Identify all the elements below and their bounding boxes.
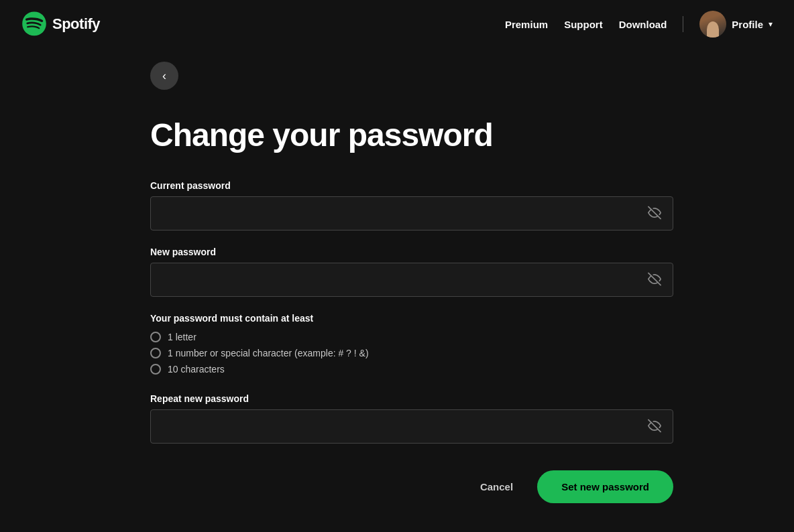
- req-chars-text: 10 characters: [168, 364, 225, 375]
- new-password-wrapper: [150, 263, 673, 297]
- avatar-image: [699, 11, 726, 38]
- nav-link-premium[interactable]: Premium: [505, 19, 548, 30]
- requirement-chars: 10 characters: [150, 364, 644, 375]
- nav-links: Premium Support Download Profile ▾: [505, 11, 773, 38]
- current-password-label: Current password: [150, 180, 644, 191]
- requirement-letter: 1 letter: [150, 332, 644, 342]
- repeat-password-toggle-btn[interactable]: [645, 416, 664, 437]
- req-letter-text: 1 letter: [168, 332, 196, 342]
- eye-slash-icon: [648, 272, 661, 285]
- password-requirements: Your password must contain at least 1 le…: [150, 313, 644, 375]
- set-password-button[interactable]: Set new password: [537, 470, 673, 503]
- action-row: Cancel Set new password: [150, 470, 673, 503]
- avatar: [699, 11, 726, 38]
- back-arrow-icon: ‹: [162, 70, 166, 82]
- eye-slash-icon: [648, 206, 661, 219]
- requirement-number: 1 number or special character (example: …: [150, 348, 644, 358]
- spotify-logo-icon: [21, 11, 47, 37]
- new-password-toggle-btn[interactable]: [645, 269, 664, 290]
- repeat-password-wrapper: [150, 409, 673, 444]
- eye-slash-icon: [648, 419, 661, 432]
- current-password-wrapper: [150, 196, 673, 230]
- current-password-input[interactable]: [150, 196, 673, 230]
- nav-divider: [683, 16, 683, 32]
- repeat-password-label: Repeat new password: [150, 393, 644, 404]
- main-content: ‹ Change your password Current password …: [129, 48, 665, 532]
- back-button[interactable]: ‹: [150, 62, 178, 90]
- req-radio-number[interactable]: [150, 348, 161, 358]
- cancel-button[interactable]: Cancel: [469, 476, 524, 498]
- chevron-down-icon: ▾: [769, 19, 773, 29]
- repeat-password-group: Repeat new password: [150, 393, 644, 444]
- req-radio-letter[interactable]: [150, 332, 161, 342]
- profile-menu[interactable]: Profile ▾: [699, 11, 773, 38]
- spotify-wordmark: Spotify: [52, 15, 100, 33]
- current-password-toggle-btn[interactable]: [645, 203, 664, 224]
- current-password-group: Current password: [150, 180, 644, 230]
- nav-link-support[interactable]: Support: [564, 19, 603, 30]
- new-password-label: New password: [150, 247, 644, 257]
- repeat-password-input[interactable]: [150, 409, 673, 444]
- navbar: Spotify Premium Support Download Profile…: [0, 0, 794, 48]
- nav-link-download[interactable]: Download: [619, 19, 667, 30]
- avatar-figure: [707, 21, 719, 38]
- nav-logo-area: Spotify: [21, 11, 100, 37]
- requirements-title: Your password must contain at least: [150, 313, 644, 324]
- new-password-group: New password: [150, 247, 644, 297]
- req-radio-chars[interactable]: [150, 364, 161, 375]
- req-number-text: 1 number or special character (example: …: [168, 348, 369, 358]
- profile-label: Profile: [732, 19, 763, 30]
- page-title: Change your password: [150, 117, 644, 153]
- new-password-input[interactable]: [150, 263, 673, 297]
